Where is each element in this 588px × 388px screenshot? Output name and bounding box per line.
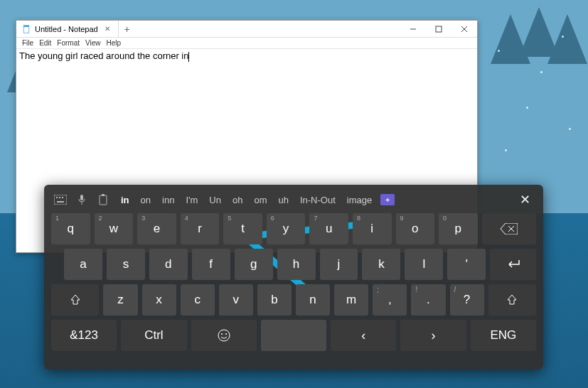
svg-rect-7 (56, 197, 58, 198)
menu-edit[interactable]: Edit (36, 39, 54, 47)
key-k[interactable]: k (362, 249, 400, 280)
key-y[interactable]: y6 (267, 213, 306, 244)
notepad-icon (22, 25, 31, 33)
menu-help[interactable]: Help (104, 39, 124, 47)
clipboard-icon[interactable] (94, 190, 112, 209)
arrow-left-key[interactable]: ‹ (331, 320, 396, 351)
key-v[interactable]: v (219, 284, 253, 316)
suggestion-word[interactable]: I'm (180, 195, 203, 205)
bg-snow (569, 128, 571, 130)
enter-key[interactable] (490, 249, 536, 280)
shift-up-icon (70, 294, 81, 306)
close-keyboard-button[interactable]: ✕ (514, 192, 536, 208)
smiley-icon (217, 328, 231, 343)
new-tab-button[interactable]: + (119, 21, 136, 37)
key-m[interactable]: m (334, 284, 368, 316)
key-x[interactable]: x (142, 284, 176, 316)
svg-rect-8 (59, 197, 60, 198)
key-d[interactable]: d (149, 249, 188, 280)
menubar: File Edit Format View Help (16, 38, 477, 49)
key-r[interactable]: r4 (181, 213, 220, 244)
key-i[interactable]: i8 (353, 213, 392, 244)
key-g[interactable]: g (235, 249, 273, 280)
suggestion-bar: inoninnI'mUnohomuhIn-N-Outimage ✦ ✕ (51, 189, 536, 210)
key-s[interactable]: s (107, 249, 145, 280)
key-q[interactable]: q1 (51, 213, 90, 244)
chevron-left-icon: ‹ (361, 328, 365, 343)
suggestion-word[interactable]: In-N-Out (294, 195, 341, 205)
key-l[interactable]: l (405, 249, 443, 280)
svg-rect-10 (57, 201, 64, 203)
keyboard-layout-icon[interactable] (51, 190, 70, 209)
emoji-key[interactable] (191, 320, 257, 351)
key-t[interactable]: t5 (223, 213, 262, 244)
svg-point-17 (218, 330, 230, 341)
minimize-button[interactable] (400, 21, 426, 37)
suggestion-word[interactable]: uh (272, 195, 294, 205)
editor-text: The young girl raced around the corner i… (19, 50, 188, 61)
key-w[interactable]: w2 (95, 213, 134, 244)
backspace-icon (501, 223, 518, 235)
shift-key[interactable] (51, 284, 99, 316)
maximize-button[interactable] (426, 21, 451, 37)
menu-view[interactable]: View (82, 39, 104, 47)
key-h[interactable]: h (277, 249, 316, 280)
key-b[interactable]: b (257, 284, 292, 316)
suggestion-word[interactable]: inn (156, 195, 180, 205)
bg-snow (505, 149, 507, 151)
titlebar[interactable]: Untitled - Notepad ✕ + (16, 21, 477, 38)
svg-point-18 (221, 333, 223, 335)
chevron-right-icon: › (432, 328, 436, 343)
on-screen-keyboard: inoninnI'mUnohomuhIn-N-Outimage ✦ ✕ q1w2… (44, 185, 543, 370)
key-j[interactable]: j (320, 249, 358, 280)
suggestion-word[interactable]: in (115, 195, 135, 205)
key-area: q1w2e3r4t5y6u7i8o9p0 asdfghjkl' zxcvbnm,… (51, 213, 536, 362)
key-e[interactable]: e3 (137, 213, 176, 244)
key-[interactable]: .! (411, 284, 445, 316)
svg-rect-13 (100, 195, 107, 205)
key-o[interactable]: o9 (396, 213, 435, 244)
key-f[interactable]: f (192, 249, 230, 280)
key-a[interactable]: a (64, 249, 102, 280)
space-key[interactable] (261, 320, 326, 351)
key-u[interactable]: u7 (309, 213, 348, 244)
shift-key-right[interactable] (488, 284, 536, 316)
menu-file[interactable]: File (19, 39, 36, 47)
svg-rect-6 (54, 195, 67, 205)
svg-rect-9 (62, 197, 63, 198)
bg-snow (526, 107, 528, 109)
language-key[interactable]: ENG (471, 320, 536, 351)
suggestion-word[interactable]: Un (203, 195, 227, 205)
menu-format[interactable]: Format (54, 39, 82, 47)
key-c[interactable]: c (181, 284, 215, 316)
bg-snow (540, 71, 542, 73)
svg-rect-11 (80, 195, 83, 200)
key-n[interactable]: n (296, 284, 330, 316)
key-[interactable]: ' (447, 249, 486, 280)
tab-untitled[interactable]: Untitled - Notepad ✕ (16, 21, 119, 37)
arrow-right-key[interactable]: › (400, 320, 466, 351)
text-cursor (188, 52, 189, 62)
close-window-button[interactable] (451, 21, 477, 37)
backspace-key[interactable] (482, 213, 536, 244)
key-z[interactable]: z (103, 284, 137, 316)
ctrl-key[interactable]: Ctrl (121, 320, 186, 351)
bg-tree (547, 14, 587, 64)
suggestion-word[interactable]: image (341, 195, 378, 205)
gif-emoji-toggle[interactable]: ✦ (380, 194, 395, 205)
suggestion-word[interactable]: on (135, 195, 156, 205)
shift-up-icon (506, 294, 518, 306)
suggestion-word[interactable]: oh (227, 195, 248, 205)
tab-title: Untitled - Notepad (35, 25, 98, 33)
microphone-icon[interactable] (73, 190, 91, 209)
tab-close-button[interactable]: ✕ (102, 24, 112, 34)
key-[interactable]: ,; (373, 284, 407, 316)
svg-rect-14 (102, 194, 105, 196)
svg-point-19 (225, 333, 227, 335)
svg-rect-3 (436, 26, 442, 32)
key-[interactable]: ?/ (450, 284, 484, 316)
key-p[interactable]: p0 (439, 213, 478, 244)
suggestion-word[interactable]: om (248, 195, 272, 205)
symbols-key[interactable]: &123 (51, 320, 117, 351)
bg-snow (562, 36, 564, 38)
